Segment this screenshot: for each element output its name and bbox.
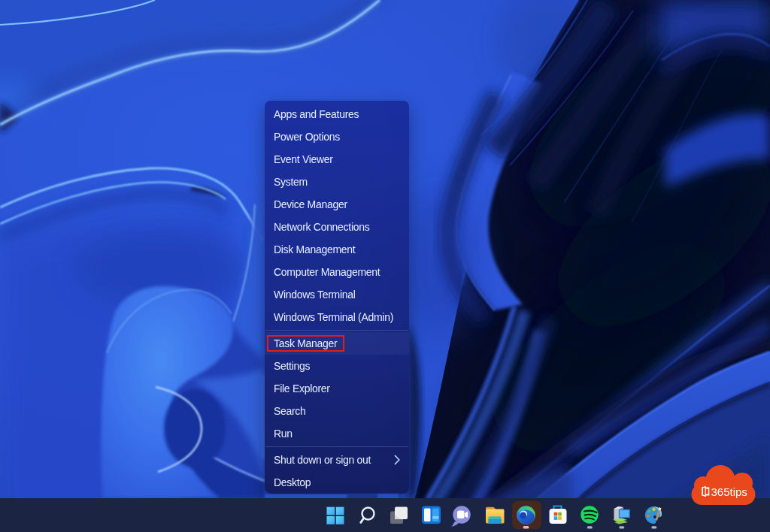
svg-text:365tips: 365tips (711, 485, 747, 498)
